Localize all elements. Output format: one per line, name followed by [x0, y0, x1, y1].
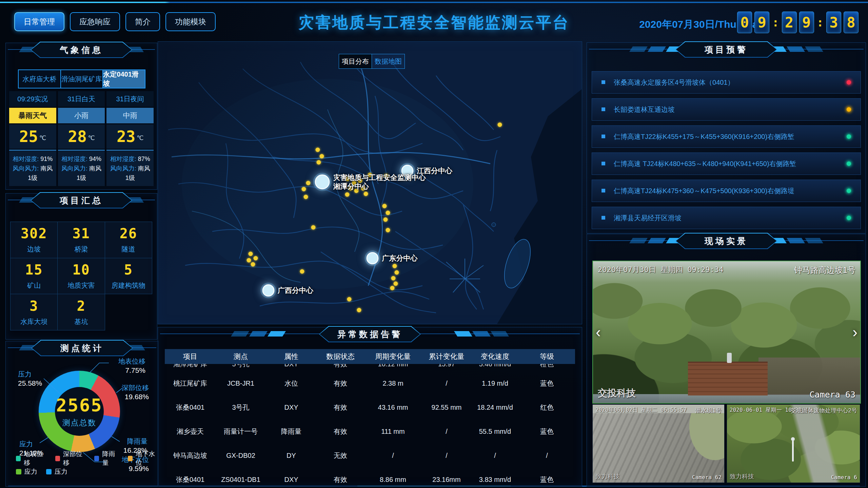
legend-item: 地表位移 [16, 450, 46, 467]
marker-label-line1: 广西分中心 [278, 286, 313, 295]
tab-yongding-0401-slope[interactable]: 永定0401滑坡 [103, 70, 145, 88]
warning-list-item[interactable]: 湘潭县天易经开区滑坡 [592, 207, 861, 229]
panel-ornament [233, 331, 284, 337]
warning-status-dot [847, 189, 851, 193]
temp-unit: ℃ [39, 134, 46, 142]
panel-title-plate: 现场实景 [675, 233, 777, 249]
legend-swatch [16, 469, 21, 474]
center-marker[interactable]: 广西分中心 [262, 284, 313, 297]
temp-unit: ℃ [88, 134, 95, 142]
cell-project: 张桑0401 [165, 475, 216, 484]
cell-level: 蓝色 [519, 475, 575, 484]
cell-attribute: DXY [266, 476, 317, 484]
camera-timestamp: 2020年07月30日 星期四 09:29:34 [598, 265, 723, 275]
thumb-name: 茭底固体废物处理中心2号 [791, 407, 857, 414]
project-dot [316, 160, 321, 164]
digital-clock: 0 9 : 2 9 : 3 8 [737, 12, 859, 33]
summary-value: 31 [72, 226, 90, 241]
summary-cell: 302 边坡 [10, 222, 58, 258]
camera-next-icon[interactable]: › [852, 325, 857, 340]
table-row: 钟马高边坡 GX-DB02 DY 无效 / / / / [165, 444, 575, 468]
total-points-value: 2565 [56, 395, 102, 415]
cell-project: 钟马高边坡 [165, 451, 216, 460]
summary-label: 桥梁 [74, 245, 88, 254]
cell-change-rate: 18.24 mm/d [471, 404, 519, 411]
alarm-panel: 异常数据告警 项目 测点 属性 数据状态 周期变化量 累计变化量 变化速度 等级… [158, 327, 582, 487]
center-marker[interactable]: 广东分中心 [367, 252, 418, 264]
center-marker[interactable]: 灾害地质与工程安全监测中心 湘潭分中心 [315, 173, 426, 191]
col-header-attribute: 属性 [266, 352, 317, 361]
temp-value: 28 [68, 127, 86, 146]
wind-label: 风向风力: [110, 165, 136, 172]
project-dot [392, 264, 397, 268]
cell-change-rate: 1.19 m/d [471, 380, 519, 387]
project-summary-panel: 项目汇总 302 边坡 31 桥梁 26 隧道 [5, 193, 157, 340]
cell-change-rate: 5.46 mm/d [471, 364, 519, 368]
project-dot [253, 256, 258, 260]
wind-label: 风向风力: [13, 165, 39, 172]
alarm-table: 项目 测点 属性 数据状态 周期变化量 累计变化量 变化速度 等级 湘潭尾矿库 … [165, 349, 575, 484]
donut-center: 2565 测点总数 [55, 387, 104, 436]
project-dot [357, 308, 361, 312]
warning-list-item[interactable]: 仁博高速TJ22标K455+175～K455+360(K916+200)右侧路堑 [592, 125, 861, 148]
warning-list-item[interactable]: 长韶娄道林互通边坡 [592, 98, 861, 121]
cell-change-rate: 3.83 mm/d [471, 476, 519, 484]
table-row: 张桑0401 ZS0401-DB1 DXY 有效 8.86 mm 23.16mm… [165, 468, 575, 484]
tab-data-map[interactable]: 数据地图 [372, 54, 405, 68]
tab-shuifumiao-bridge[interactable]: 水府庙大桥 [19, 70, 61, 88]
legend-swatch [46, 469, 52, 474]
marker-circle-icon [262, 284, 274, 297]
alarm-table-body: 桃江尾矿库 JCB-JR1 水位 有效 2.38 m / 1.19 m/d 蓝色… [165, 371, 575, 484]
cell-attribute: DXY [266, 364, 317, 368]
legend-swatch [16, 456, 21, 461]
project-dot [300, 269, 304, 274]
cell-level: 红色 [519, 403, 575, 412]
temp-unit: ℃ [137, 134, 143, 142]
warning-text: 仁博高速 TJ24标K480+635～K480+940(K941+650)右侧路… [614, 159, 796, 168]
col-header-cumulative-change: 累计变化量 [422, 352, 471, 361]
project-summary-header: 项目汇总 [6, 192, 157, 209]
donut-legend-row2: 应力 压力 [16, 467, 67, 476]
warning-list-item[interactable]: 张桑高速永定服务区4号滑坡体（0401） [592, 71, 861, 94]
live-view-panel: 现场实景 2020年07月30日 星期四 09:29:34 钟马路高边坡1号 交… [587, 234, 866, 487]
weather-temp: 25 ℃ [9, 124, 56, 149]
cell-data-status: 有效 [317, 427, 364, 436]
warning-list-item[interactable]: 仁博高速 TJ24标K480+635～K480+940(K941+650)右侧路… [592, 152, 861, 175]
camera-prev-icon[interactable]: ‹ [596, 325, 601, 340]
weather-col-night: 31日夜间 中雨 23 ℃ 相对湿度: 87% 风向风力: 南风1级 [106, 91, 154, 186]
cell-attribute: 降雨量 [266, 427, 317, 436]
project-warning-panel: 项目预警 张桑高速永定服务区4号滑坡体（0401） 长韶娄道林互通边坡 [587, 42, 866, 233]
cell-period-change: 111 mm [364, 428, 422, 435]
summary-label: 边坡 [27, 245, 41, 254]
warning-list-item[interactable]: 仁博高速TJ24标K475+360～K475+500(K936+300)右侧路堤 [592, 180, 861, 202]
warning-status-dot [847, 216, 851, 220]
table-row: 桃江尾矿库 JCB-JR1 水位 有效 2.38 m / 1.19 m/d 蓝色 [165, 371, 575, 395]
warning-list: 张桑高速永定服务区4号滑坡体（0401） 长韶娄道林互通边坡 仁博高速TJ22标… [592, 71, 861, 234]
project-dot [246, 258, 251, 262]
col-header-level: 等级 [519, 352, 575, 361]
tab-huayoudong-tailings[interactable]: 滑油洞尾矿库 [61, 70, 103, 88]
legend-label: 应力 [24, 467, 37, 476]
cell-point: 3号孔 [216, 403, 266, 412]
cell-cumulative-change: / [422, 452, 471, 460]
clock-colon: : [817, 16, 824, 29]
summary-value: 15 [25, 262, 43, 278]
top-trim-line [0, 2, 868, 3]
camera-name: 钟马路高边坡1号 [794, 265, 855, 276]
cell-period-change: 10.12 mm [364, 364, 422, 368]
monitoring-pole [792, 441, 794, 462]
weather-site-tabs: 水府庙大桥 滑油洞尾矿库 永定0401滑坡 [18, 69, 145, 88]
camera-thumb-1[interactable]: 2020年06月02日 星期二 06:55:57 泄水坝1号 致力科技 Came… [592, 404, 725, 483]
warning-text: 仁博高速TJ22标K455+175～K455+360(K916+200)右侧路堑 [614, 132, 794, 141]
camera-thumb-2[interactable]: 2020-06-01 星期一 10:36:41 茭底固体废物处理中心2号 致力科… [727, 404, 860, 483]
weather-details: 相对湿度: 87% 风向风力: 南风1级 [106, 150, 154, 186]
project-dot [248, 251, 253, 256]
camera-vendor-watermark: 交投科技 [598, 387, 636, 400]
summary-label: 基坑 [74, 317, 88, 326]
humidity-value: 91% [40, 156, 53, 162]
clock-digit: 0 [737, 12, 752, 33]
summary-value: 302 [21, 226, 47, 241]
warning-status-dot [847, 107, 851, 112]
summary-cell: 2 基坑 [57, 294, 105, 330]
tab-project-distribution[interactable]: 项目分布 [339, 54, 372, 68]
